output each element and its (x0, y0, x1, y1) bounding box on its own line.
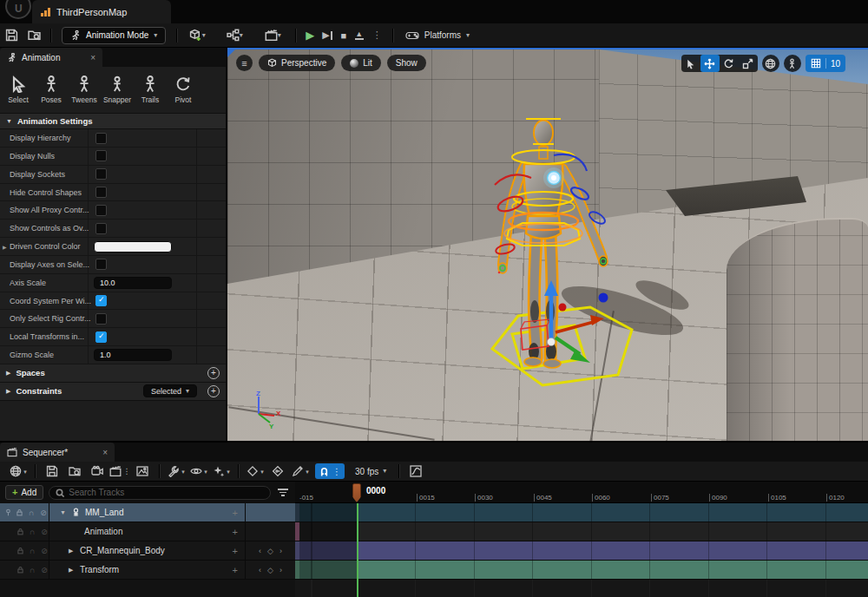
pole-vector-control[interactable] (599, 293, 608, 303)
checkbox[interactable] (95, 150, 107, 161)
checkbox[interactable] (95, 223, 107, 234)
close-icon[interactable]: × (90, 53, 95, 62)
rotate-tool-button[interactable] (720, 55, 739, 72)
expand-arrow-icon[interactable]: ▶ (69, 567, 76, 574)
snapping-toggle[interactable]: ⋮ (315, 463, 345, 479)
keyframe-options-dropdown[interactable]: ▾ (244, 463, 266, 480)
search-tracks-input[interactable] (69, 488, 264, 497)
fps-dropdown[interactable]: 30 fps ▾ (348, 467, 393, 476)
constraints-filter-dropdown[interactable]: Selected ▾ (143, 384, 197, 397)
checkbox[interactable]: ✓ (95, 331, 107, 343)
solo-icon[interactable]: ∩ (28, 547, 36, 555)
collapse-arrow-icon[interactable]: ▼ (60, 509, 67, 515)
tool-pivot[interactable]: Pivot (167, 70, 200, 110)
blueprints-dropdown[interactable]: ▾ (217, 26, 252, 45)
solo-icon[interactable]: ∩ (28, 566, 36, 574)
mute-icon[interactable]: ⊘ (40, 547, 49, 555)
curve-editor-button[interactable] (404, 463, 427, 480)
save-sequence-button[interactable] (41, 463, 63, 480)
stop-button[interactable]: ■ (336, 30, 352, 41)
tool-trails[interactable]: Trails (134, 70, 167, 110)
tool-select[interactable]: Select (2, 70, 35, 110)
filter-icon[interactable] (276, 489, 290, 496)
tool-poses[interactable]: Poses (35, 70, 68, 110)
prev-key-button[interactable]: ‹ (259, 566, 261, 574)
tool-snapper[interactable]: Snapper (101, 70, 134, 110)
browse-sequence-button[interactable] (63, 463, 86, 480)
track-row-transform[interactable]: ∩ ⊘ ▶ Transform + ‹ ◇ › (0, 561, 295, 580)
cinematics-dropdown[interactable]: ▾ (255, 26, 290, 45)
checkbox[interactable] (95, 259, 107, 270)
world-coordinate-button[interactable] (762, 55, 779, 72)
add-section-button[interactable]: + (233, 527, 238, 537)
add-key-button[interactable]: ◇ (267, 566, 273, 574)
grid-snap-control[interactable]: 10 (806, 55, 845, 72)
platforms-dropdown[interactable]: Platforms ▾ (398, 30, 477, 41)
sequence-tools-button[interactable]: ⋮ (108, 463, 131, 480)
next-key-button[interactable]: › (279, 566, 282, 574)
expand-arrow-icon[interactable]: ▶ (69, 548, 76, 554)
add-section-button[interactable]: + (233, 546, 238, 556)
checkbox[interactable] (95, 313, 107, 325)
editor-mode-dropdown[interactable]: Animation Mode ▾ (62, 27, 166, 44)
scale-tool-button[interactable] (739, 55, 758, 72)
sequencer-timeline[interactable]: -015 0015 0030 0045 0060 0075 0090 0105 … (295, 482, 868, 597)
move-tool-button[interactable] (700, 55, 720, 72)
track-row-animation[interactable]: ∩ ⊘ Animation + (0, 522, 295, 541)
mute-icon[interactable]: ⊘ (40, 566, 49, 574)
create-camera-button[interactable] (86, 463, 108, 480)
checkbox[interactable] (95, 187, 107, 198)
viewport-3d[interactable]: Z X Y ≡ Perspective Lit Show (227, 48, 868, 441)
perspective-dropdown[interactable]: Perspective (259, 55, 335, 71)
color-swatch[interactable] (94, 241, 172, 253)
gizmo-center[interactable] (548, 338, 556, 346)
frame-skip-button[interactable]: ▶ (322, 30, 332, 41)
head-control[interactable] (534, 121, 553, 146)
lane-transform[interactable] (295, 561, 868, 580)
lock-icon[interactable] (16, 528, 24, 535)
root-control-hexagon[interactable] (492, 307, 632, 385)
lane-mm-land[interactable] (295, 503, 868, 522)
tool-tweens[interactable]: Tweens (68, 70, 101, 110)
close-icon[interactable]: × (102, 448, 108, 457)
tab-sequencer[interactable]: Sequencer* × (0, 443, 115, 462)
add-space-button[interactable]: + (207, 367, 220, 379)
add-actor-dropdown[interactable]: ▾ (182, 26, 212, 45)
axis-scale-input[interactable] (94, 277, 172, 289)
lock-icon[interactable] (16, 547, 24, 554)
play-options-button[interactable]: ⋮ (367, 30, 387, 41)
eject-button[interactable]: ▲ (355, 31, 364, 40)
expand-arrow-icon[interactable]: ▶ (3, 244, 7, 250)
next-key-button[interactable]: › (279, 547, 282, 555)
playhead-line[interactable] (357, 503, 358, 597)
search-tracks-box[interactable] (49, 486, 271, 500)
edit-mode-dropdown[interactable]: ▾ (289, 463, 312, 480)
playback-options-dropdown[interactable]: ▾ (210, 463, 233, 480)
tab-animation[interactable]: Animation × (0, 48, 102, 67)
lane-animation[interactable] (295, 522, 868, 541)
lock-icon[interactable] (16, 508, 23, 516)
lane-cr-mannequin-body[interactable] (295, 541, 868, 561)
track-row-mm-land[interactable]: ∩ ⊘ ▼ MM_Land + (0, 503, 295, 522)
world-dropdown[interactable]: ▾ (7, 463, 30, 480)
mute-icon[interactable]: ⊘ (39, 508, 48, 517)
mute-icon[interactable]: ⊘ (40, 528, 49, 536)
surface-snapping-button[interactable] (784, 55, 801, 72)
save-button[interactable] (0, 26, 23, 45)
checkbox[interactable] (95, 133, 107, 144)
playhead-marker[interactable] (352, 483, 361, 502)
render-movie-button[interactable] (131, 463, 154, 480)
add-key-button[interactable]: ◇ (267, 547, 273, 555)
add-section-button[interactable]: + (233, 565, 238, 575)
checkbox[interactable] (95, 168, 107, 180)
view-options-dropdown[interactable]: ▾ (187, 463, 210, 480)
add-track-button[interactable]: + Add (5, 485, 43, 500)
gizmo-scale-input[interactable] (94, 349, 172, 361)
pin-icon[interactable] (4, 508, 12, 516)
checkbox[interactable]: ✓ (95, 295, 107, 306)
mannequin-character[interactable] (470, 102, 644, 405)
animation-settings-header[interactable]: ▼ Animation Settings (0, 113, 226, 129)
level-tab[interactable]: ThirdPersonMap (32, 0, 171, 23)
add-section-button[interactable]: + (233, 508, 238, 518)
show-dropdown[interactable]: Show (387, 55, 426, 71)
